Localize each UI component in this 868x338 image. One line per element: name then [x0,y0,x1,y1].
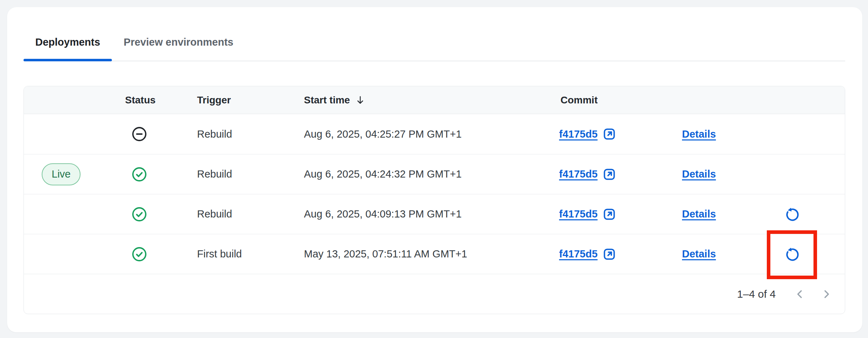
status-success-icon [131,246,148,262]
pagination-range: 1–4 of 4 [737,288,776,300]
external-link-icon[interactable] [603,168,616,181]
column-header-start-time-label: Start time [304,94,350,106]
external-link-icon[interactable] [603,208,616,221]
tab-deployments[interactable]: Deployments [24,36,112,61]
column-header-start-time[interactable]: Start time [295,94,552,106]
retry-icon[interactable] [784,206,801,222]
column-header-commit-label: Commit [560,94,598,106]
details-cell: Details [673,248,759,260]
commit-link[interactable]: f4175d5 [559,168,598,180]
commit-cell: f4175d5 [552,127,673,141]
details-link[interactable]: Details [682,128,716,140]
live-badge: Live [42,163,81,185]
external-link-icon[interactable] [603,127,616,141]
commit-cell: f4175d5 [552,168,673,181]
tab-bar: Deployments Preview environments [24,36,845,61]
details-cell: Details [673,168,759,180]
start-time-cell: Aug 6, 2025, 04:25:27 PM GMT+1 [295,128,552,140]
start-time-cell: Aug 6, 2025, 04:09:13 PM GMT+1 [295,208,552,220]
environment-cell: Live [24,163,117,185]
sort-descending-icon [355,95,366,106]
column-header-commit: Commit [552,94,673,106]
trigger-cell: Rebuild [188,128,295,140]
column-header-status: Status [117,94,188,106]
details-cell: Details [673,128,759,140]
commit-link[interactable]: f4175d5 [559,208,598,220]
pagination-prev-button[interactable] [792,286,808,303]
details-link[interactable]: Details [682,248,716,260]
actions-cell [759,246,845,262]
table-footer-row: 1–4 of 4 [24,274,845,314]
trigger-cell: First build [188,248,295,260]
column-header-trigger-label: Trigger [197,94,231,106]
status-cell [117,206,188,222]
status-success-icon [131,166,148,183]
status-cell [117,246,188,262]
status-success-icon [131,206,148,222]
details-link[interactable]: Details [682,208,716,220]
actions-cell [759,206,845,222]
table-row: Live Rebuild Aug 6, 2025, 04:24:32 PM GM… [24,154,845,194]
deployments-panel: Deployments Preview environments Status … [7,7,862,332]
details-link[interactable]: Details [682,168,716,180]
trigger-cell: Rebuild [188,168,295,180]
commit-cell: f4175d5 [552,247,673,261]
commit-cell: f4175d5 [552,208,673,221]
table-header-row: Status Trigger Start time Commit [24,86,845,114]
deployments-table: Status Trigger Start time Commit Rebuild… [24,86,845,314]
status-cell [117,166,188,183]
table-row: Rebuild Aug 6, 2025, 04:09:13 PM GMT+1 f… [24,194,845,234]
trigger-cell: Rebuild [188,208,295,220]
pagination-next-button[interactable] [818,286,834,303]
details-cell: Details [673,208,759,220]
tab-preview-environments[interactable]: Preview environments [112,36,245,61]
status-cell [117,126,188,142]
status-stopped-icon [131,126,148,142]
retry-icon[interactable] [784,246,801,262]
table-row: Rebuild Aug 6, 2025, 04:25:27 PM GMT+1 f… [24,114,845,154]
commit-link[interactable]: f4175d5 [559,128,598,140]
table-row: First build May 13, 2025, 07:51:11 AM GM… [24,234,845,274]
column-header-trigger: Trigger [188,94,295,106]
column-header-status-label: Status [125,94,156,106]
commit-link[interactable]: f4175d5 [559,248,598,260]
external-link-icon[interactable] [603,247,616,261]
start-time-cell: Aug 6, 2025, 04:24:32 PM GMT+1 [295,168,552,180]
start-time-cell: May 13, 2025, 07:51:11 AM GMT+1 [295,248,552,260]
